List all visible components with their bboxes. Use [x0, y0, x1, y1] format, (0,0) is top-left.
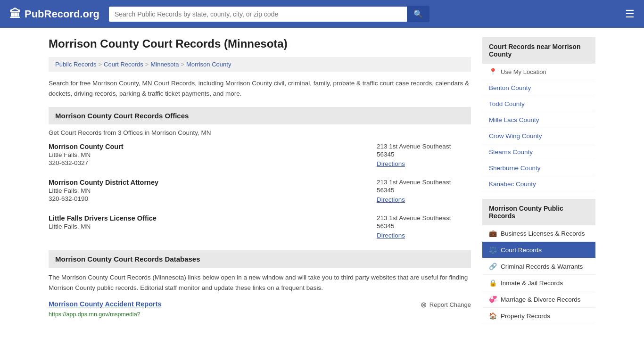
office-name: Morrison County District Attorney	[49, 179, 358, 186]
office-city: Little Falls, MN	[49, 151, 358, 158]
directions-link-3[interactable]: Directions	[377, 232, 405, 239]
pub-court-records[interactable]: ⚖️ Court Records	[482, 242, 595, 258]
property-records-label: Property Records	[501, 313, 550, 320]
business-licenses-icon: 💼	[489, 230, 497, 237]
breadcrumb-morrison-county[interactable]: Morrison County	[186, 61, 231, 68]
office-city: Little Falls, MN	[49, 187, 358, 194]
report-change-icon: ⊗	[421, 300, 427, 309]
directions-link-2[interactable]: Directions	[377, 196, 405, 203]
office-phone: 320-632-0190	[49, 195, 358, 202]
use-my-location[interactable]: 📍 Use My Location	[482, 64, 595, 80]
office-zip: 56345	[377, 187, 471, 194]
sherburne-county-label: Sherburne County	[489, 165, 541, 172]
pub-property-records[interactable]: 🏠 Property Records	[482, 308, 595, 324]
record-link-row: Morrison County Accident Reports ⊗ Repor…	[49, 300, 471, 309]
office-name: Morrison County Court	[49, 143, 358, 150]
nearby-section: Court Records near Morrison County 📍 Use…	[482, 37, 595, 192]
sidebar-county-stearns[interactable]: Stearns County	[482, 144, 595, 160]
marriage-records-icon: 💞	[489, 296, 497, 303]
report-change-button[interactable]: ⊗ Report Change	[421, 300, 471, 309]
marriage-records-label: Marriage & Divorce Records	[501, 296, 581, 303]
offices-section-header: Morrison County Court Records Offices	[49, 107, 471, 124]
office-right: 213 1st Avenue Southeast 56345 Direction…	[377, 214, 471, 239]
office-left: Little Falls Drivers License Office Litt…	[49, 214, 358, 239]
logo-icon: 🏛	[9, 8, 21, 21]
office-address: 213 1st Avenue Southeast	[377, 143, 471, 150]
inmate-records-icon: 🔒	[489, 279, 497, 287]
office-city: Little Falls, MN	[49, 223, 358, 230]
pub-marriage-records[interactable]: 💞 Marriage & Divorce Records	[482, 291, 595, 308]
business-licenses-label: Business Licenses & Records	[501, 230, 585, 237]
sidebar-county-benton[interactable]: Benton County	[482, 80, 595, 96]
use-location-label: Use My Location	[501, 68, 546, 75]
databases-section-header: Morrison County Court Records Databases	[49, 250, 471, 268]
property-records-icon: 🏠	[489, 312, 497, 320]
search-bar: 🔍	[109, 6, 429, 22]
office-entry: Little Falls Drivers License Office Litt…	[49, 214, 471, 239]
menu-icon: ☰	[625, 8, 635, 20]
office-zip: 56345	[377, 151, 471, 158]
breadcrumb-minnesota[interactable]: Minnesota	[150, 61, 179, 68]
public-records-header: Morrison County Public Records	[482, 199, 595, 225]
main-content: Morrison County Court Records (Minnesota…	[49, 37, 471, 324]
databases-description: The Morrison County Court Records (Minne…	[49, 272, 471, 293]
search-icon: 🔍	[413, 10, 423, 18]
sidebar-county-mille-lacs[interactable]: Mille Lacs County	[482, 112, 595, 128]
directions-link-1[interactable]: Directions	[377, 160, 405, 167]
inmate-records-label: Inmate & Jail Records	[501, 280, 563, 287]
menu-button[interactable]: ☰	[625, 8, 635, 20]
report-change-label: Report Change	[429, 301, 471, 308]
location-icon: 📍	[489, 68, 497, 75]
office-entry: Morrison County District Attorney Little…	[49, 179, 471, 203]
page-description: Search for free Morrison County, MN Cour…	[49, 78, 471, 99]
crow-wing-county-label: Crow Wing County	[489, 132, 542, 140]
nearby-header: Court Records near Morrison County	[482, 37, 595, 64]
pub-inmate-records[interactable]: 🔒 Inmate & Jail Records	[482, 275, 595, 291]
search-input[interactable]	[109, 7, 407, 22]
sidebar: Court Records near Morrison County 📍 Use…	[482, 37, 595, 324]
office-left: Morrison County District Attorney Little…	[49, 179, 358, 203]
mille-lacs-county-label: Mille Lacs County	[489, 116, 539, 123]
criminal-records-label: Criminal Records & Warrants	[501, 263, 583, 270]
public-records-section: Morrison County Public Records 💼 Busines…	[482, 199, 595, 324]
accident-reports-link[interactable]: Morrison County Accident Reports	[49, 300, 162, 308]
pub-business-licenses[interactable]: 💼 Business Licenses & Records	[482, 225, 595, 242]
breadcrumb-public-records[interactable]: Public Records	[55, 61, 96, 68]
logo-text: PubRecord.org	[25, 8, 99, 20]
office-right: 213 1st Avenue Southeast 56345 Direction…	[377, 179, 471, 203]
court-records-label: Court Records	[501, 247, 542, 254]
office-left: Morrison County Court Little Falls, MN 3…	[49, 143, 358, 167]
page-title: Morrison County Court Records (Minnesota…	[49, 37, 471, 50]
site-logo[interactable]: 🏛 PubRecord.org	[9, 8, 99, 21]
sidebar-county-crow-wing[interactable]: Crow Wing County	[482, 128, 595, 144]
pub-criminal-records[interactable]: 🔗 Criminal Records & Warrants	[482, 258, 595, 275]
criminal-records-icon: 🔗	[489, 263, 497, 270]
sidebar-county-todd[interactable]: Todd County	[482, 96, 595, 112]
breadcrumb-court-records[interactable]: Court Records	[104, 61, 143, 68]
office-phone: 320-632-0327	[49, 159, 358, 166]
record-url: https://app.dps.mn.gov/mspmedia?	[49, 311, 471, 318]
search-button[interactable]: 🔍	[407, 6, 429, 22]
site-header: 🏛 PubRecord.org 🔍 ☰	[0, 0, 644, 28]
stearns-county-label: Stearns County	[489, 148, 533, 156]
office-entry: Morrison County Court Little Falls, MN 3…	[49, 143, 471, 167]
office-name: Little Falls Drivers License Office	[49, 214, 358, 222]
todd-county-label: Todd County	[489, 100, 525, 107]
court-records-icon: ⚖️	[489, 246, 497, 254]
kanabec-county-label: Kanabec County	[489, 181, 536, 188]
office-address: 213 1st Avenue Southeast	[377, 214, 471, 222]
office-zip: 56345	[377, 222, 471, 230]
sidebar-county-kanabec[interactable]: Kanabec County	[482, 176, 595, 192]
office-address: 213 1st Avenue Southeast	[377, 179, 471, 186]
office-right: 213 1st Avenue Southeast 56345 Direction…	[377, 143, 471, 167]
sidebar-county-sherburne[interactable]: Sherburne County	[482, 160, 595, 176]
breadcrumb: Public Records > Court Records > Minneso…	[49, 57, 471, 72]
offices-note: Get Court Records from 3 Offices in Morr…	[49, 129, 471, 136]
benton-county-label: Benton County	[489, 84, 531, 91]
main-container: Morrison County Court Records (Minnesota…	[39, 28, 605, 334]
